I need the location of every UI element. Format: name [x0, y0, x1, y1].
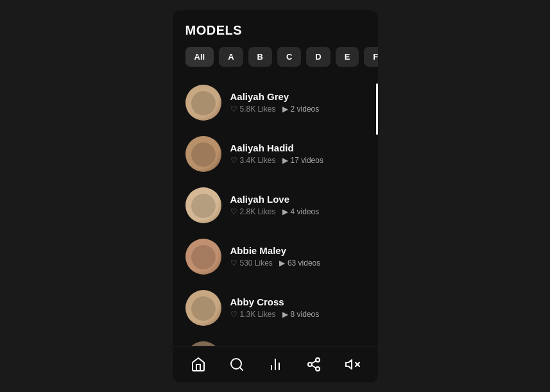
- model-item[interactable]: Aaliyah Love♡ 2.8K Likes▶ 4 videos: [179, 180, 372, 231]
- model-item[interactable]: Aaliyah Grey♡ 5.8K Likes▶ 2 videos: [179, 77, 372, 128]
- bottom-nav: [173, 346, 378, 382]
- model-likes: ♡ 3.4K Likes: [230, 156, 276, 165]
- model-videos: ▶ 2 videos: [282, 105, 320, 114]
- model-avatar: [185, 290, 221, 326]
- content-area: MODELS AllABCDEF Aaliyah Grey♡ 5.8K Like…: [173, 10, 378, 346]
- model-videos: ▶ 4 videos: [282, 207, 320, 216]
- model-avatar: [185, 239, 221, 275]
- home-icon: [191, 357, 206, 372]
- model-meta: ♡ 5.8K Likes▶ 2 videos: [230, 105, 365, 114]
- nav-chart[interactable]: [262, 354, 288, 375]
- model-info: Abby Cross♡ 1.3K Likes▶ 8 videos: [230, 296, 365, 319]
- svg-line-8: [311, 365, 316, 368]
- filter-btn-c[interactable]: C: [277, 47, 301, 67]
- model-likes: ♡ 1.3K Likes: [230, 310, 276, 319]
- model-item[interactable]: Aaliyah Hadid♡ 3.4K Likes▶ 17 videos: [179, 128, 372, 180]
- model-item[interactable]: Abbie Maley♡ 530 Likes▶ 63 videos: [179, 231, 372, 282]
- heart-icon: ♡: [230, 156, 237, 165]
- play-icon: ▶: [282, 310, 288, 319]
- nav-mute[interactable]: [339, 354, 365, 375]
- svg-line-1: [239, 367, 242, 370]
- model-avatar: [185, 187, 221, 223]
- svg-line-9: [311, 361, 316, 363]
- play-icon: ▶: [282, 105, 288, 114]
- model-avatar: [185, 136, 221, 172]
- bar-chart-icon: [268, 357, 283, 372]
- model-videos: ▶ 17 videos: [282, 156, 323, 165]
- model-meta: ♡ 1.3K Likes▶ 8 videos: [230, 310, 365, 319]
- phone-frame: MODELS AllABCDEF Aaliyah Grey♡ 5.8K Like…: [173, 10, 378, 382]
- search-icon: [229, 357, 245, 372]
- model-info: Abbie Maley♡ 530 Likes▶ 63 videos: [230, 245, 365, 268]
- play-icon: ▶: [279, 259, 285, 268]
- model-name: Aaliyah Love: [230, 194, 365, 205]
- model-meta: ♡ 530 Likes▶ 63 videos: [230, 259, 365, 268]
- heart-icon: ♡: [230, 207, 237, 216]
- model-info: Aaliyah Hadid♡ 3.4K Likes▶ 17 videos: [230, 142, 365, 165]
- nav-search[interactable]: [224, 354, 250, 375]
- play-icon: ▶: [282, 207, 288, 216]
- model-name: Abbie Maley: [230, 245, 365, 256]
- share-icon: [306, 357, 322, 372]
- filter-btn-f[interactable]: F: [364, 47, 377, 67]
- filter-bar: AllABCDEF: [173, 47, 378, 77]
- model-likes: ♡ 5.8K Likes: [230, 105, 276, 114]
- model-avatar: [185, 341, 221, 346]
- filter-btn-a[interactable]: A: [219, 47, 243, 67]
- filter-btn-e[interactable]: E: [336, 47, 359, 67]
- model-name: Aaliyah Hadid: [230, 142, 365, 153]
- model-videos: ▶ 63 videos: [279, 259, 320, 268]
- scrollbar-thumb: [376, 83, 378, 135]
- model-item[interactable]: Abby lee Brazil: [179, 334, 372, 346]
- model-meta: ♡ 3.4K Likes▶ 17 videos: [230, 156, 365, 165]
- model-item[interactable]: Abby Cross♡ 1.3K Likes▶ 8 videos: [179, 282, 372, 334]
- model-likes: ♡ 2.8K Likes: [230, 207, 276, 216]
- models-list: Aaliyah Grey♡ 5.8K Likes▶ 2 videosAaliya…: [173, 77, 378, 346]
- heart-icon: ♡: [230, 259, 237, 268]
- heart-icon: ♡: [230, 105, 237, 114]
- scrollbar-track: [376, 77, 378, 346]
- model-name: Aaliyah Grey: [230, 91, 365, 102]
- model-videos: ▶ 8 videos: [282, 310, 320, 319]
- nav-share[interactable]: [301, 354, 327, 375]
- model-meta: ♡ 2.8K Likes▶ 4 videos: [230, 207, 365, 216]
- model-name: Abby Cross: [230, 296, 365, 307]
- model-info: Aaliyah Love♡ 2.8K Likes▶ 4 videos: [230, 194, 365, 216]
- filter-btn-all[interactable]: All: [185, 47, 214, 67]
- heart-icon: ♡: [230, 310, 237, 319]
- model-avatar: [185, 85, 221, 121]
- svg-marker-10: [346, 360, 352, 369]
- model-info: Aaliyah Grey♡ 5.8K Likes▶ 2 videos: [230, 91, 365, 114]
- nav-home[interactable]: [185, 354, 211, 375]
- filter-btn-b[interactable]: B: [248, 47, 272, 67]
- mute-icon: [345, 357, 360, 372]
- filter-btn-d[interactable]: D: [306, 47, 330, 67]
- play-icon: ▶: [282, 156, 288, 165]
- model-likes: ♡ 530 Likes: [230, 259, 273, 268]
- page-title: MODELS: [173, 10, 378, 47]
